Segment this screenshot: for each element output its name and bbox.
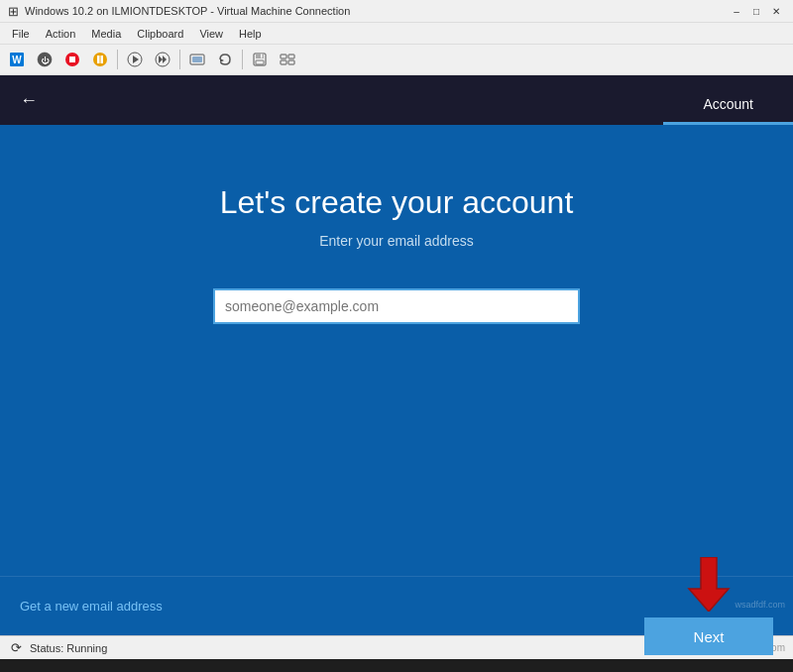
title-bar-controls: – □ ✕ xyxy=(728,3,785,19)
restore-icon xyxy=(217,52,233,67)
maximize-button[interactable]: □ xyxy=(747,3,765,19)
title-bar-left: ⊞ Windows 10.2 on ILMIONTDESKTOP - Virtu… xyxy=(8,4,350,19)
toolbar-btn-settings[interactable] xyxy=(275,47,300,72)
close-button[interactable]: ✕ xyxy=(767,3,785,19)
next-button[interactable]: Next xyxy=(644,617,773,655)
svg-marker-13 xyxy=(163,56,167,63)
svg-marker-25 xyxy=(689,557,729,612)
svg-rect-19 xyxy=(261,55,263,58)
svg-point-6 xyxy=(93,53,107,66)
svg-marker-12 xyxy=(159,56,163,63)
window-icon: ⊞ xyxy=(8,4,19,19)
pause-icon xyxy=(92,52,108,67)
svg-rect-24 xyxy=(288,60,294,64)
back-button[interactable]: ← xyxy=(20,90,38,111)
status-left: ⟳ Status: Running xyxy=(8,640,107,656)
settings-icon xyxy=(280,52,295,67)
menu-file[interactable]: File xyxy=(4,23,38,45)
svg-rect-20 xyxy=(256,60,264,64)
svg-rect-5 xyxy=(69,56,75,62)
red-arrow-annotation xyxy=(679,557,738,612)
menu-action[interactable]: Action xyxy=(38,23,84,45)
toolbar-icon-ctrl: ⏻ xyxy=(37,52,53,67)
toolbar-btn-restore[interactable] xyxy=(212,47,238,72)
title-bar: ⊞ Windows 10.2 on ILMIONTDESKTOP - Virtu… xyxy=(0,0,793,22)
toolbar-btn-disk[interactable] xyxy=(247,47,273,72)
vm-content: Let's create your account Enter your ema… xyxy=(0,125,793,576)
svg-rect-22 xyxy=(288,55,294,58)
vm-tab-area: Account xyxy=(663,75,793,125)
next-btn-wrapper: Next xyxy=(644,557,773,655)
svg-rect-15 xyxy=(192,56,202,62)
email-input[interactable] xyxy=(213,288,580,324)
menu-help[interactable]: Help xyxy=(231,23,270,45)
menu-view[interactable]: View xyxy=(191,23,231,45)
svg-rect-8 xyxy=(101,56,104,63)
toolbar-btn-stop[interactable] xyxy=(59,47,85,72)
vm-topbar: ← Account xyxy=(0,75,793,125)
status-label: Status: Running xyxy=(30,642,107,654)
vm-bottombar: Get a new email address Next xyxy=(0,576,793,635)
svg-rect-23 xyxy=(281,60,286,64)
svg-rect-18 xyxy=(256,54,264,58)
svg-marker-16 xyxy=(220,58,224,62)
fastforward-icon xyxy=(155,52,170,67)
toolbar-sep-3 xyxy=(242,50,243,69)
toolbar: W ⏻ xyxy=(0,44,793,75)
window-title: Windows 10.2 on ILMIONTDESKTOP - Virtual… xyxy=(25,5,350,17)
capture-icon xyxy=(189,52,205,67)
svg-text:⏻: ⏻ xyxy=(41,56,50,65)
vm-page-subtitle: Enter your email address xyxy=(319,233,474,249)
svg-marker-10 xyxy=(133,56,139,63)
status-icon: ⟳ xyxy=(8,640,24,656)
toolbar-sep-1 xyxy=(117,50,118,69)
new-email-link[interactable]: Get a new email address xyxy=(20,599,163,614)
menu-bar: File Action Media Clipboard View Help xyxy=(0,22,793,44)
account-tab[interactable]: Account xyxy=(663,75,793,125)
svg-rect-21 xyxy=(281,55,286,58)
svg-text:W: W xyxy=(12,55,22,65)
toolbar-btn-pause[interactable] xyxy=(87,47,113,72)
toolbar-icon-1: W xyxy=(9,52,25,67)
vm-page-title: Let's create your account xyxy=(220,184,574,221)
toolbar-btn-1[interactable]: W xyxy=(4,47,30,72)
stop-icon xyxy=(64,52,80,67)
disk-icon xyxy=(252,52,268,67)
vm-screen: ← Account Let's create your account Ente… xyxy=(0,75,793,635)
play-icon xyxy=(127,52,143,67)
menu-clipboard[interactable]: Clipboard xyxy=(129,23,191,45)
menu-media[interactable]: Media xyxy=(83,23,129,45)
svg-rect-7 xyxy=(97,56,100,63)
toolbar-sep-2 xyxy=(179,50,180,69)
toolbar-btn-fast-forward[interactable] xyxy=(150,47,175,72)
toolbar-btn-play[interactable] xyxy=(122,47,148,72)
toolbar-btn-ctrl-alt-del[interactable]: ⏻ xyxy=(32,47,57,72)
toolbar-btn-capture[interactable] xyxy=(184,47,210,72)
minimize-button[interactable]: – xyxy=(728,3,745,19)
